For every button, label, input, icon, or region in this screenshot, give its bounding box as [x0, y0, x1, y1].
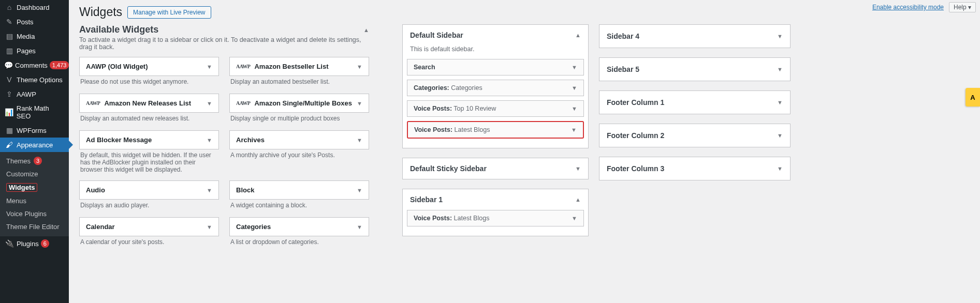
submenu-customize[interactable]: Customize	[0, 168, 69, 180]
menu-appearance[interactable]: 🖌Appearance	[0, 138, 69, 152]
submenu-voice-plugins[interactable]: Voice Plugins	[0, 207, 69, 220]
menu-wpforms[interactable]: ▦WPForms	[0, 123, 69, 138]
aawp-logo-icon: AAWP	[236, 100, 250, 106]
available-widget[interactable]: Categories	[229, 217, 369, 236]
side-tab-label: A	[970, 94, 975, 101]
panel-title: Default Sidebar	[410, 31, 463, 39]
panel-default-sidebar: Default Sidebar This is default sidebar.…	[402, 24, 589, 148]
panel-head[interactable]: Footer Column 1	[599, 91, 790, 114]
main: Widgets Manage with Live Preview Availab…	[69, 0, 980, 303]
panel-head[interactable]: Sidebar 5	[599, 58, 790, 81]
menu-media[interactable]: ▤Media	[0, 29, 69, 43]
panel-sidebar-1: Sidebar 1 Voice Posts: Latest Blogs	[402, 189, 589, 236]
widget-label: Block	[236, 186, 254, 194]
available-title: Available Widgets	[79, 24, 158, 35]
widget-label: Categories	[236, 223, 271, 231]
widget-item[interactable]: Categories: Categories	[407, 80, 584, 96]
panel-title: Sidebar 1	[410, 195, 443, 204]
widget-desc: Please do not use this widget anymore.	[80, 78, 219, 86]
menu-pages[interactable]: ▥Pages	[0, 43, 69, 58]
available-widget[interactable]: Archives	[229, 130, 369, 149]
panel-footer-column-2: Footer Column 2	[599, 124, 791, 147]
widget-name: Categories:	[414, 84, 449, 92]
submenu-menus[interactable]: Menus	[0, 194, 69, 207]
available-widget[interactable]: AAWP (Old Widget)	[79, 57, 219, 76]
widget-label: Calendar	[86, 223, 115, 231]
chevron-down-icon	[571, 127, 577, 133]
widget-subtitle: Latest Blogs	[454, 215, 490, 222]
menu-label: Pages	[17, 47, 36, 55]
available-widget[interactable]: AAWPAmazon Bestseller List	[229, 57, 369, 76]
chevron-down-icon	[575, 165, 581, 172]
available-desc: To activate a widget drag it to a sideba…	[79, 36, 369, 51]
panel-head[interactable]: Sidebar 4	[599, 25, 790, 48]
badge: 6	[41, 239, 49, 248]
panel-head[interactable]: Sidebar 1	[403, 189, 588, 210]
widget-label: Amazon Single/Multiple Boxes	[254, 99, 352, 107]
panel-sidebar-4: Sidebar 4	[599, 24, 791, 48]
menu-label: Media	[17, 33, 35, 40]
widget-label: Amazon Bestseller List	[254, 63, 328, 70]
panel-footer-column-3: Footer Column 3	[599, 157, 791, 180]
menu-label: WPForms	[17, 127, 47, 134]
side-tab[interactable]: A	[966, 88, 980, 107]
widget-name: Voice Posts:	[414, 126, 452, 133]
available-widget[interactable]: AAWPAmazon New Releases List	[79, 94, 219, 113]
available-widget[interactable]: AAWPAmazon Single/Multiple Boxes	[229, 94, 369, 113]
chevron-down-icon	[777, 132, 783, 139]
available-widget[interactable]: Calendar	[79, 217, 219, 236]
widget-item[interactable]: Voice Posts: Latest Blogs	[407, 210, 584, 226]
chevron-down-icon	[777, 99, 783, 105]
dashboard-icon: ⌂	[4, 3, 14, 11]
submenu-themes[interactable]: Themes3	[0, 154, 69, 168]
widget-item[interactable]: Voice Posts: Top 10 Review	[407, 100, 584, 117]
panel-title: Footer Column 3	[607, 164, 664, 173]
widget-desc: Display an automated new releases list.	[80, 115, 219, 123]
menu-label: Appearance	[17, 141, 53, 149]
available-widget[interactable]: Block	[229, 180, 369, 200]
chevron-down-icon	[207, 100, 212, 107]
submenu-widgets[interactable]: Widgets	[0, 180, 69, 194]
menu-plugins[interactable]: 🔌Plugins6	[0, 236, 69, 251]
menu-label: AAWP	[17, 90, 36, 98]
posts-icon: ✎	[4, 18, 14, 26]
widget-desc: A calendar of your site's posts.	[80, 238, 219, 247]
widget-item[interactable]: Voice Posts: Latest Blogs	[407, 121, 584, 139]
collapse-available-icon[interactable]	[363, 27, 369, 33]
submenu-theme-file-editor[interactable]: Theme File Editor	[0, 220, 69, 233]
page-title: Widgets	[79, 5, 122, 19]
comments-icon: 💬	[4, 61, 13, 69]
chevron-down-icon	[357, 100, 362, 107]
menu-rank-math-seo[interactable]: 📊Rank Math SEO	[0, 101, 69, 123]
pages-icon: ▥	[4, 47, 14, 55]
menu-theme-options[interactable]: VTheme Options	[0, 72, 69, 87]
menu-dashboard[interactable]: ⌂Dashboard	[0, 0, 69, 14]
panel-title: Sidebar 4	[607, 32, 639, 40]
chevron-down-icon	[777, 33, 783, 39]
available-widgets: Available Widgets To activate a widget d…	[79, 24, 369, 254]
chevron-down-icon	[207, 187, 212, 193]
widget-label: Archives	[236, 136, 265, 144]
available-widget[interactable]: Ad Blocker Message	[79, 130, 219, 149]
panel-head[interactable]: Default Sticky Sidebar	[403, 158, 588, 179]
menu-aawp[interactable]: ⇪AAWP	[0, 87, 69, 101]
panel-title: Footer Column 1	[607, 98, 664, 107]
panel-head[interactable]: Footer Column 2	[599, 124, 790, 147]
panel-title: Sidebar 5	[607, 65, 639, 73]
wpforms-icon: ▦	[4, 126, 14, 134]
chevron-down-icon	[572, 64, 577, 70]
chevron-up-icon	[575, 32, 581, 38]
menu-comments[interactable]: 💬Comments1,473	[0, 58, 69, 72]
widget-item[interactable]: Search	[407, 59, 584, 75]
panel-head[interactable]: Footer Column 3	[599, 157, 790, 180]
widget-desc: A monthly archive of your site's Posts.	[230, 152, 369, 160]
menu-posts[interactable]: ✎Posts	[0, 14, 69, 29]
panel-desc: This is default sidebar.	[403, 46, 588, 59]
live-preview-button[interactable]: Manage with Live Preview	[127, 6, 211, 19]
submenu: Themes3CustomizeWidgetsMenusVoice Plugin…	[0, 152, 69, 236]
badge: 3	[34, 157, 42, 165]
chevron-down-icon	[207, 137, 212, 143]
panel-footer-column-1: Footer Column 1	[599, 90, 791, 114]
panel-head[interactable]: Default Sidebar	[403, 25, 588, 46]
available-widget[interactable]: Audio	[79, 180, 219, 200]
